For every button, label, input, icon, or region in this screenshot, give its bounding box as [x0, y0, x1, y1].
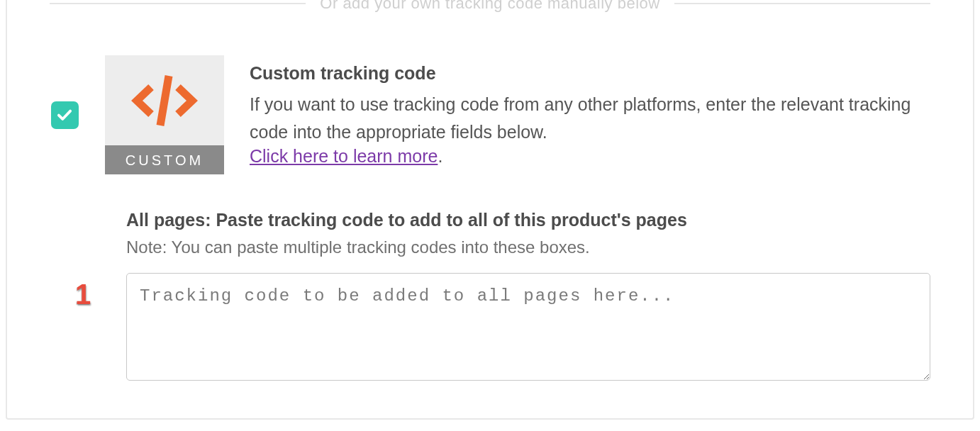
divider-line-right	[674, 3, 930, 4]
learn-more-trailer: .	[438, 146, 442, 166]
all-pages-tracking-input[interactable]	[126, 273, 930, 381]
all-pages-title: All pages: Paste tracking code to add to…	[126, 210, 930, 230]
all-pages-section: All pages: Paste tracking code to add to…	[7, 174, 973, 381]
custom-option-title: Custom tracking code	[250, 63, 930, 84]
divider-line-left	[50, 3, 306, 4]
custom-tracking-option: CUSTOM Custom tracking code If you want …	[7, 13, 973, 174]
divider-text: Or add your own tracking code manually b…	[320, 0, 659, 13]
manual-divider: Or add your own tracking code manually b…	[7, 0, 973, 13]
check-icon	[55, 106, 74, 124]
custom-tile[interactable]: CUSTOM	[105, 55, 224, 174]
custom-tile-label: CUSTOM	[105, 145, 224, 174]
step-1-badge: 1	[75, 279, 91, 310]
custom-option-description: If you want to use tracking code from an…	[250, 91, 930, 146]
custom-tracking-checkbox[interactable]	[51, 101, 79, 129]
learn-more-link[interactable]: Click here to learn more	[250, 146, 438, 166]
all-pages-note: Note: You can paste multiple tracking co…	[126, 237, 930, 257]
code-icon	[129, 72, 200, 130]
